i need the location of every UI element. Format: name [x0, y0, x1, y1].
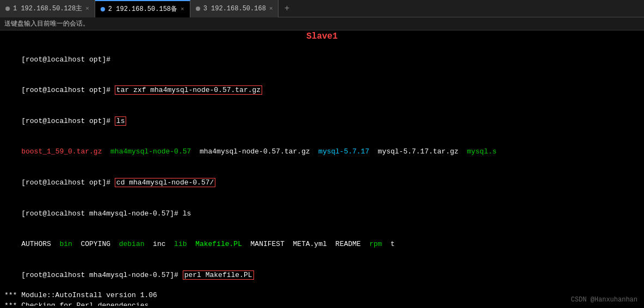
line-ls1: boost_1_59_0.tar.gz mha4mysql-node-0.57 … [4, 137, 640, 168]
tab-bar: 1 192.168.50.128主 × 2 192.168.50.158备 × … [0, 0, 644, 17]
watermark: CSDN @Hanxuhanhan [571, 296, 637, 304]
line-6: [root@localhost mha4mysql-node-0.57]# pe… [4, 260, 640, 291]
tab-1-label: 1 192.168.50.128主 [13, 4, 82, 13]
tab-1-dot [5, 7, 10, 11]
tab-1[interactable]: 1 192.168.50.128主 × [0, 0, 95, 17]
tab-1-close[interactable]: × [85, 5, 89, 12]
tab-2-label: 2 192.168.50.158备 [108, 4, 177, 14]
terminal-output: [root@localhost opt]# [root@localhost op… [0, 42, 644, 306]
new-tab-button[interactable]: + [278, 0, 295, 17]
watermark-text: CSDN @Hanxuhanhan [571, 296, 637, 304]
tab-3-label: 3 192.168.50.168 [203, 5, 266, 13]
tab-3-close[interactable]: × [269, 5, 273, 12]
slave-title: Slave1 [306, 32, 338, 41]
tab-2[interactable]: 2 192.168.50.158备 × [95, 0, 190, 17]
line-8: *** Checking for Perl dependencies... [4, 301, 640, 306]
tab-3[interactable]: 3 192.168.50.168 × [190, 0, 279, 17]
send-keyboard-label: 送键盘输入目前唯一的会话。 [4, 19, 89, 28]
line-ls2: AUTHORS bin COPYING debian inc lib Makef… [4, 229, 640, 260]
line-4: [root@localhost opt]# cd mha4mysql-node-… [4, 168, 640, 199]
tab-2-dot [101, 7, 105, 11]
slave-label: Slave1 [0, 30, 644, 42]
line-1: [root@localhost opt]# [4, 45, 640, 76]
line-2: [root@localhost opt]# tar zxf mha4mysql-… [4, 76, 640, 107]
line-7: *** Module::AutoInstall version 1.06 [4, 291, 640, 301]
send-keyboard-bar: 送键盘输入目前唯一的会话。 [0, 17, 644, 30]
tab-2-close[interactable]: × [181, 6, 184, 13]
line-3: [root@localhost opt]# ls [4, 106, 640, 137]
line-5: [root@localhost mha4mysql-node-0.57]# ls [4, 199, 640, 230]
tab-3-dot [196, 7, 200, 11]
